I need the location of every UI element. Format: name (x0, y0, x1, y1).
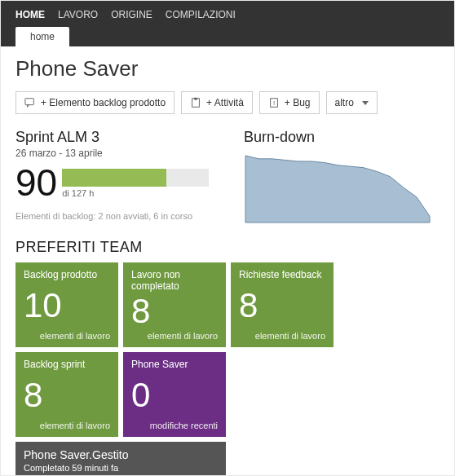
tile-footer: elementi di lavoro (24, 331, 110, 341)
add-activity-label: + Attività (206, 97, 244, 108)
tile-footer: elementi di lavoro (131, 331, 218, 341)
sprint-hours-done: 90 (15, 164, 57, 201)
sprint-name: Sprint ALM 3 (15, 129, 228, 146)
sprint-hours-total: di 127 h (62, 188, 228, 198)
favorites-title: PREFERITI TEAM (15, 239, 440, 256)
burndown-chart (244, 151, 431, 224)
svg-rect-0 (25, 99, 34, 105)
add-bug-label: + Bug (285, 97, 311, 108)
clipboard-icon (190, 97, 201, 108)
other-label: altro (335, 97, 354, 108)
nav-lavoro[interactable]: LAVORO (51, 4, 104, 27)
tile-title: Lavoro non completato (131, 269, 218, 292)
tile-title: Backlog prodotto (24, 269, 110, 280)
tile-title: Phone Saver (131, 359, 218, 370)
svg-rect-2 (194, 98, 197, 100)
other-dropdown[interactable]: altro (326, 91, 378, 114)
nav-origine[interactable]: ORIGINE (104, 4, 159, 27)
svg-text:!: ! (273, 99, 275, 107)
tile-footer: elementi di lavoro (239, 331, 325, 341)
top-nav: HOME LAVORO ORIGINE COMPILAZIONI home (1, 1, 454, 46)
backlog-note: Elementi di backlog: 2 non avviati, 6 in… (15, 211, 228, 221)
tile-subtitle: Completato 59 minuti fa (24, 463, 218, 473)
tile[interactable]: Backlog prodotto 10 elementi di lavoro (15, 262, 118, 347)
tile-title: Richieste feedback (239, 269, 325, 280)
add-backlog-label: + Elemento backlog prodotto (41, 97, 166, 108)
tile-value: 8 (131, 294, 218, 328)
page-title: Phone Saver (15, 56, 440, 82)
tile[interactable]: Backlog sprint 8 elementi di lavoro (15, 352, 118, 437)
tile-value: 8 (24, 378, 110, 412)
tile-footer: elementi di lavoro (24, 421, 110, 430)
toolbar: + Elemento backlog prodotto + Attività !… (15, 91, 440, 114)
nav-compilazioni[interactable]: COMPILAZIONI (159, 4, 242, 27)
chevron-down-icon (362, 101, 369, 105)
add-activity-button[interactable]: + Attività (181, 91, 253, 114)
speech-icon (24, 97, 36, 108)
tile-title: Phone Saver.Gestito (24, 448, 218, 461)
tile[interactable]: Richieste feedback 8 elementi di lavoro (231, 262, 334, 347)
tile-footer: modifiche recenti (131, 421, 218, 430)
nav-home[interactable]: HOME (9, 4, 51, 27)
sprint-dates: 26 marzo - 13 aprile (15, 148, 228, 159)
subtab-home[interactable]: home (15, 27, 69, 46)
tile-value: 10 (24, 289, 110, 323)
tiles-container: Backlog prodotto 10 elementi di lavoro L… (15, 262, 440, 476)
tile-title: Backlog sprint (24, 359, 110, 370)
progress-bar (62, 169, 209, 187)
tile[interactable]: Lavoro non completato 8 elementi di lavo… (123, 262, 226, 347)
bug-icon: ! (268, 97, 280, 108)
tile[interactable]: Phone Saver 0 modifiche recenti (123, 352, 226, 437)
tile-value: 8 (239, 289, 325, 323)
burndown-title: Burn-down (244, 129, 440, 146)
tile-value: 0 (131, 378, 218, 412)
progress-fill (62, 169, 166, 187)
add-backlog-button[interactable]: + Elemento backlog prodotto (15, 91, 174, 114)
add-bug-button[interactable]: ! + Bug (259, 91, 320, 114)
tile[interactable]: Phone Saver.Gestito Completato 59 minuti… (15, 442, 226, 476)
